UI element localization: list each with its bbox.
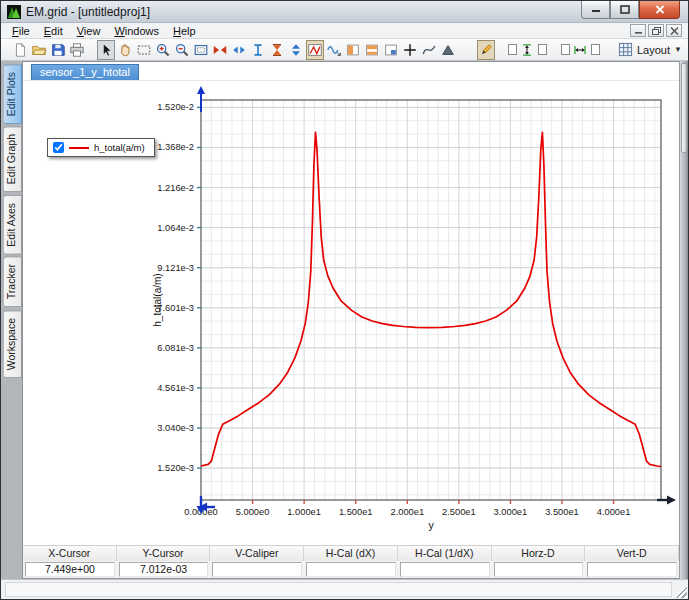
sidebar-tab-workspace[interactable]: Workspace bbox=[4, 310, 22, 378]
close-button[interactable] bbox=[639, 1, 680, 19]
svg-text:6.081e-3: 6.081e-3 bbox=[157, 343, 194, 353]
mdi-minimize-icon bbox=[634, 27, 643, 35]
layout-button[interactable]: Layout ▼ bbox=[612, 40, 688, 59]
h-extents-left-checkbox[interactable] bbox=[561, 44, 570, 55]
svg-text:y: y bbox=[428, 519, 434, 531]
h-extents-right-checkbox[interactable] bbox=[591, 44, 600, 55]
expand-x-button[interactable] bbox=[230, 40, 248, 60]
sidebar-tab-strip: Edit PlotsEdit GraphEdit AxesTrackerWork… bbox=[1, 61, 22, 579]
svg-text:1.520e-2: 1.520e-2 bbox=[157, 102, 194, 112]
pencil-tool-button[interactable] bbox=[477, 40, 495, 60]
svg-text:5.000e0: 5.000e0 bbox=[236, 507, 270, 517]
sidebar-tab-edit-axes[interactable]: Edit Axes bbox=[4, 195, 22, 255]
plot-client-area: sensor_1_y_htotal 0.000e05.000e01.000e11… bbox=[22, 61, 679, 579]
v-extents-right-checkbox[interactable] bbox=[538, 44, 547, 55]
hourglass-button[interactable] bbox=[268, 40, 286, 60]
minimize-button[interactable] bbox=[581, 1, 610, 19]
legend-line-sample bbox=[69, 147, 89, 149]
svg-text:3.040e-3: 3.040e-3 bbox=[157, 423, 194, 433]
legend-box[interactable]: h_total(a/m) bbox=[47, 138, 155, 157]
panel-corner-button[interactable] bbox=[382, 40, 400, 60]
h-extents-button[interactable] bbox=[572, 40, 588, 60]
peak-tool-button[interactable] bbox=[439, 40, 457, 60]
svg-text:1.368e-2: 1.368e-2 bbox=[157, 142, 194, 152]
split-horizontal-button[interactable] bbox=[363, 40, 381, 60]
save-button[interactable] bbox=[49, 40, 67, 60]
sidebar-tab-edit-plots[interactable]: Edit Plots bbox=[4, 64, 22, 124]
v-extents-button[interactable] bbox=[519, 40, 535, 60]
split-vertical-icon bbox=[345, 42, 361, 58]
expand-x-icon bbox=[231, 42, 247, 58]
new-file-button[interactable] bbox=[11, 40, 29, 60]
pan-tool-button[interactable] bbox=[116, 40, 134, 60]
maximize-icon bbox=[620, 5, 630, 14]
zoom-out-button[interactable] bbox=[173, 40, 191, 60]
menu-windows[interactable]: Windows bbox=[107, 24, 166, 38]
sidebar-tab-edit-graph[interactable]: Edit Graph bbox=[4, 126, 22, 192]
split-vertical-button[interactable] bbox=[344, 40, 362, 60]
sine-curve-button[interactable] bbox=[325, 40, 343, 60]
open-file-button[interactable] bbox=[30, 40, 48, 60]
cursor-value-horz-d bbox=[494, 562, 584, 577]
layout-grid-icon bbox=[618, 42, 633, 57]
legend-series-checkbox[interactable] bbox=[53, 142, 64, 153]
legend-series-label: h_total(a/m) bbox=[94, 142, 145, 153]
curve-tool-button[interactable] bbox=[420, 40, 438, 60]
save-icon bbox=[50, 42, 66, 58]
open-file-icon bbox=[31, 42, 47, 58]
v-extents-icon bbox=[520, 42, 534, 58]
range-y-icon bbox=[250, 42, 266, 58]
expand-y-button[interactable] bbox=[287, 40, 305, 60]
mdi-restore-button[interactable] bbox=[648, 24, 664, 37]
tab-sensor-1-y-htotal[interactable]: sensor_1_y_htotal bbox=[31, 64, 139, 80]
zoom-window-icon bbox=[193, 42, 209, 58]
print-icon bbox=[69, 42, 85, 58]
plot-region: 0.000e05.000e01.000e11.500e12.000e12.500… bbox=[23, 81, 679, 545]
zoom-window-button[interactable] bbox=[192, 40, 210, 60]
mdi-minimize-button[interactable] bbox=[630, 24, 646, 37]
zoom-out-icon bbox=[174, 42, 190, 58]
h-extents-icon bbox=[573, 42, 587, 58]
minimize-icon bbox=[591, 5, 601, 14]
range-y-button[interactable] bbox=[249, 40, 267, 60]
menu-view[interactable]: View bbox=[70, 24, 108, 38]
crosshair-icon bbox=[402, 42, 418, 58]
menu-file[interactable]: File bbox=[5, 24, 37, 38]
zoom-in-button[interactable] bbox=[154, 40, 172, 60]
maximize-button[interactable] bbox=[610, 1, 639, 19]
marquee-icon bbox=[136, 42, 152, 58]
svg-text:2.000e1: 2.000e1 bbox=[390, 507, 424, 517]
curve-tool-icon bbox=[421, 42, 437, 58]
expand-y-icon bbox=[288, 42, 304, 58]
pointer-icon bbox=[98, 42, 114, 58]
title-bar: EM.grid - [untitledproj1] bbox=[1, 1, 688, 23]
marquee-tool-button[interactable] bbox=[135, 40, 153, 60]
mdi-close-button[interactable] bbox=[666, 24, 682, 37]
menu-help[interactable]: Help bbox=[166, 24, 203, 38]
toolbar: Layout ▼ bbox=[1, 39, 688, 61]
cursor-value-x-cursor: 7.449e+00 bbox=[25, 562, 115, 577]
sidebar-tab-tracker[interactable]: Tracker bbox=[4, 256, 22, 307]
edit-plot-icon bbox=[307, 42, 323, 58]
status-message-area bbox=[5, 582, 672, 597]
pointer-tool-button[interactable] bbox=[97, 40, 115, 60]
svg-text:3.500e1: 3.500e1 bbox=[545, 507, 579, 517]
print-button[interactable] bbox=[68, 40, 86, 60]
v-extents-left-checkbox[interactable] bbox=[508, 44, 517, 55]
resize-grip[interactable] bbox=[674, 585, 687, 598]
cursor-col-y-cursor: Y-Cursor bbox=[117, 546, 211, 561]
zoom-in-icon bbox=[155, 42, 171, 58]
crosshair-button[interactable] bbox=[401, 40, 419, 60]
collapse-x-button[interactable] bbox=[211, 40, 229, 60]
document-tab-bar: sensor_1_y_htotal bbox=[23, 62, 679, 81]
svg-text:9.121e-3: 9.121e-3 bbox=[157, 263, 194, 273]
edit-plot-button[interactable] bbox=[306, 40, 324, 60]
hourglass-icon bbox=[269, 42, 285, 58]
cursor-col-x-cursor: X-Cursor bbox=[23, 546, 117, 561]
menu-edit[interactable]: Edit bbox=[37, 24, 70, 38]
svg-text:1.520e-3: 1.520e-3 bbox=[157, 463, 194, 473]
svg-text:3.000e1: 3.000e1 bbox=[494, 507, 528, 517]
app-window: EM.grid - [untitledproj1] FileEditViewWi… bbox=[0, 0, 689, 600]
cursor-value-v-caliper bbox=[212, 562, 302, 577]
svg-text:1.000e1: 1.000e1 bbox=[287, 507, 321, 517]
